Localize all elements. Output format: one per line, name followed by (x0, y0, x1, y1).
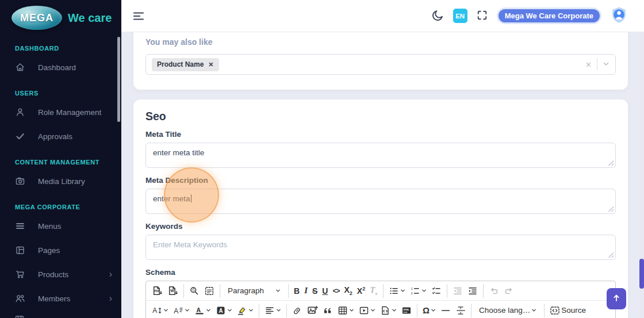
horizontal-line-button[interactable] (438, 302, 453, 318)
chevron-down-icon[interactable] (603, 59, 610, 70)
sidebar-item-products[interactable]: Products› (0, 262, 121, 286)
svg-text:2: 2 (411, 292, 413, 295)
resize-handle[interactable] (608, 252, 614, 258)
insert-table-icon (338, 305, 348, 316)
font-size-icon: A (152, 305, 162, 316)
font-color-button[interactable]: A (192, 302, 213, 318)
sidebar-scrollbar[interactable] (117, 37, 120, 122)
sidebar: MEGA We care DASHBOARDDashboardUSERSRole… (0, 0, 121, 318)
todo-list-button[interactable] (429, 283, 444, 298)
strikethrough-button[interactable]: S (310, 283, 320, 298)
svg-text:1: 1 (411, 286, 413, 290)
highlight-button[interactable] (235, 302, 256, 318)
sidebar-nav: DASHBOARDDashboardUSERSRole ManagementAp… (0, 45, 121, 311)
select-all-icon (204, 286, 214, 296)
paragraph-dropdown[interactable]: Paragraph (223, 283, 285, 298)
fullscreen-button[interactable] (476, 9, 488, 23)
sidebar-item-approvals[interactable]: Approvals (0, 124, 121, 148)
undo-button[interactable] (486, 283, 501, 298)
font-background-color-button[interactable]: A (213, 302, 235, 318)
workspace-button[interactable]: Mega We Care Corporate (499, 9, 600, 22)
export-word-button[interactable]: W (165, 283, 181, 298)
editor-toolbar: PDFWParagraphBISU<>X2X2Tx12AAAAHTMLΩChoo… (146, 281, 615, 318)
outdent-icon (453, 286, 463, 296)
select-divider (597, 59, 597, 70)
redo-button[interactable] (501, 283, 516, 298)
bold-button[interactable]: B (292, 283, 302, 298)
sidebar-section-label: MEGA CORPORATE (15, 204, 121, 212)
dark-mode-toggle[interactable] (431, 9, 444, 24)
sidebar-item-media-library[interactable]: Media Library (0, 169, 121, 193)
sidebar-section-label: USERS (15, 90, 121, 98)
font-size-button[interactable]: A (150, 302, 171, 318)
workspace-switcher[interactable]: Mega We Care Corporate (497, 7, 601, 24)
export-pdf-icon: PDF (152, 285, 163, 296)
meta-title-input[interactable]: enter meta title (145, 143, 616, 168)
find-replace-button[interactable] (187, 283, 202, 298)
app-logo[interactable]: MEGA We care (0, 0, 121, 36)
editor-toolbar-row: PDFWParagraphBISU<>X2X2Tx12 (146, 281, 615, 300)
keywords-input[interactable]: Enter Meta Keywords (145, 235, 616, 260)
bulleted-list-button[interactable] (386, 283, 408, 298)
meta-description-input[interactable]: enter meta (145, 189, 616, 214)
link-icon (292, 305, 302, 316)
keywords-placeholder: Enter Meta Keywords (153, 240, 227, 249)
page-scrollbar-track[interactable] (639, 32, 644, 318)
user-avatar[interactable] (610, 6, 628, 25)
chip-remove-icon[interactable]: ✕ (208, 61, 213, 68)
camera-icon (15, 176, 25, 186)
block-quote-button[interactable] (320, 302, 335, 318)
cart-icon (15, 269, 25, 279)
page-scrollbar-thumb[interactable] (639, 259, 644, 289)
insert-image-button[interactable] (305, 302, 320, 318)
resize-handle[interactable] (608, 160, 614, 166)
svg-text:A: A (152, 306, 157, 315)
link-button[interactable] (290, 302, 305, 318)
insert-image-icon (307, 305, 318, 316)
select-all-button[interactable] (202, 283, 217, 298)
export-pdf-button[interactable]: PDF (150, 283, 165, 298)
insert-table-button[interactable] (335, 302, 356, 318)
members-icon (15, 293, 25, 304)
svg-text:A: A (174, 306, 178, 315)
hamburger-menu-icon[interactable] (132, 9, 145, 23)
chevron-down-icon (163, 306, 168, 315)
text-alignment-button[interactable] (262, 302, 283, 318)
outdent-button[interactable] (450, 283, 465, 298)
font-color-icon: A (194, 305, 205, 316)
code-block-button[interactable] (378, 302, 399, 318)
indent-button[interactable] (465, 283, 480, 298)
seo-card: Seo Meta Title enter meta title Meta Des… (133, 99, 628, 318)
html-embed-button[interactable]: HTML (399, 302, 414, 318)
language-dropdown[interactable]: Choose lang… (474, 302, 541, 318)
underline-button[interactable]: U (320, 283, 330, 298)
italic-button[interactable]: I (302, 283, 310, 298)
font-family-button[interactable]: A (171, 302, 192, 318)
related-products-select[interactable]: Product Name ✕ ✕ (145, 54, 616, 75)
special-characters-button[interactable]: Ω (420, 302, 438, 318)
insert-media-button[interactable] (356, 302, 378, 318)
superscript-button[interactable]: X2 (355, 283, 367, 298)
keywords-label: Keywords (145, 222, 616, 231)
numbered-list-button[interactable]: 12 (408, 283, 429, 298)
source-button[interactable]: Source (547, 302, 588, 318)
scroll-to-top-button[interactable] (607, 288, 626, 309)
sidebar-item-dashboard[interactable]: Dashboard (0, 55, 121, 79)
toolbar-divider (183, 284, 184, 298)
sidebar-item-role-management[interactable]: Role Management (0, 100, 121, 124)
sidebar-item-members[interactable]: Members› (0, 286, 121, 311)
remove-format-button[interactable]: Tx (367, 283, 380, 298)
svg-text:A: A (218, 307, 223, 313)
related-products-card: You may also like Product Name ✕ ✕ (133, 32, 628, 90)
find-replace-icon (189, 286, 200, 296)
resize-handle[interactable] (608, 206, 614, 212)
sidebar-item-menus[interactable]: Menus (0, 214, 121, 238)
code-button[interactable]: <> (330, 283, 342, 298)
subscript-button[interactable]: X2 (342, 283, 354, 298)
page-break-icon (455, 305, 466, 316)
sidebar-item-pages[interactable]: Pages (0, 238, 121, 262)
schema-rich-text-editor[interactable]: PDFWParagraphBISU<>X2X2Tx12AAAAHTMLΩChoo… (145, 281, 616, 318)
page-break-button[interactable] (453, 302, 468, 318)
select-clear-icon[interactable]: ✕ (585, 60, 592, 69)
language-badge[interactable]: EN (453, 9, 467, 23)
